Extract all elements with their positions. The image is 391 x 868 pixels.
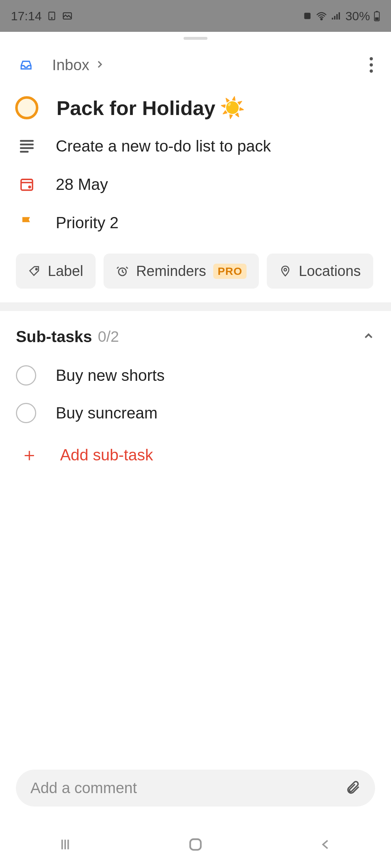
label-chip[interactable]: Label: [16, 254, 96, 289]
complete-checkbox[interactable]: [15, 96, 38, 119]
subtask-item[interactable]: Buy suncream: [0, 394, 391, 432]
calendar-icon: [19, 176, 35, 192]
android-nav-bar: [0, 821, 391, 868]
task-detail-sheet: Inbox Pack for Holiday ☀️ Create a new t…: [0, 37, 391, 302]
status-time: 17:14: [11, 9, 42, 23]
subtask-title: Buy suncream: [56, 404, 157, 422]
description-row[interactable]: Create a new to-do list to pack: [0, 127, 391, 165]
paperclip-icon[interactable]: [345, 780, 361, 796]
subtasks-count: 0/2: [98, 328, 119, 345]
add-subtask-label: Add sub-task: [60, 446, 153, 464]
inbox-icon[interactable]: [19, 58, 33, 72]
task-title-row: Pack for Holiday ☀️: [0, 80, 391, 127]
svg-rect-12: [21, 179, 33, 190]
wifi-icon: [316, 11, 327, 21]
priority-text: Priority 2: [56, 214, 119, 232]
home-button[interactable]: [181, 830, 210, 859]
description-icon: [19, 138, 35, 154]
breadcrumb-label[interactable]: Inbox: [52, 56, 89, 74]
pro-badge: PRO: [213, 264, 247, 279]
svg-rect-6: [334, 16, 336, 20]
date-row[interactable]: 28 May: [0, 165, 391, 204]
subtask-title: Buy new shorts: [56, 366, 165, 384]
svg-rect-11: [375, 17, 379, 20]
subtask-checkbox[interactable]: [16, 365, 36, 386]
plus-icon: ＋: [20, 443, 38, 467]
subtasks-header[interactable]: Sub-tasks 0/2: [0, 311, 391, 357]
status-bar: 17:14 30%: [0, 0, 391, 32]
chevron-up-icon[interactable]: [362, 329, 375, 344]
reminders-chip[interactable]: Reminders PRO: [104, 254, 259, 289]
signal-icon: [331, 11, 342, 21]
recents-button[interactable]: [51, 830, 80, 859]
date-text: 28 May: [56, 175, 108, 193]
svg-rect-5: [332, 18, 333, 20]
do-not-disturb-icon: [303, 11, 312, 21]
svg-rect-21: [190, 839, 201, 850]
more-options-button[interactable]: [366, 54, 377, 76]
sun-emoji: ☀️: [220, 96, 245, 120]
svg-rect-8: [339, 12, 340, 20]
drag-handle[interactable]: [184, 37, 207, 40]
svg-rect-7: [336, 14, 338, 20]
section-divider: [0, 302, 391, 311]
task-title[interactable]: Pack for Holiday ☀️: [56, 96, 245, 120]
comment-input[interactable]: Add a comment: [16, 770, 375, 807]
breadcrumb-row: Inbox: [0, 50, 391, 80]
subtasks-title: Sub-tasks: [16, 328, 92, 346]
chip-row: Label Reminders PRO Locations: [0, 242, 391, 302]
svg-rect-3: [304, 13, 310, 19]
subtask-checkbox[interactable]: [16, 403, 36, 423]
chevron-right-icon: [94, 59, 105, 71]
description-text: Create a new to-do list to pack: [56, 137, 271, 155]
svg-point-1: [51, 18, 52, 18]
battery-percent: 30%: [345, 9, 370, 23]
flag-icon: [19, 215, 35, 231]
svg-rect-10: [376, 11, 378, 12]
music-icon: [47, 11, 57, 21]
svg-point-15: [36, 268, 37, 270]
image-icon: [62, 10, 73, 21]
subtask-item[interactable]: Buy new shorts: [0, 357, 391, 394]
add-subtask-button[interactable]: ＋ Add sub-task: [0, 432, 391, 478]
locations-chip[interactable]: Locations: [267, 254, 373, 289]
svg-point-14: [29, 186, 30, 188]
comment-placeholder: Add a comment: [30, 779, 137, 797]
svg-point-17: [284, 268, 287, 271]
battery-icon: [374, 10, 380, 21]
svg-point-4: [321, 18, 322, 20]
priority-row[interactable]: Priority 2: [0, 204, 391, 242]
back-button[interactable]: [311, 830, 340, 859]
